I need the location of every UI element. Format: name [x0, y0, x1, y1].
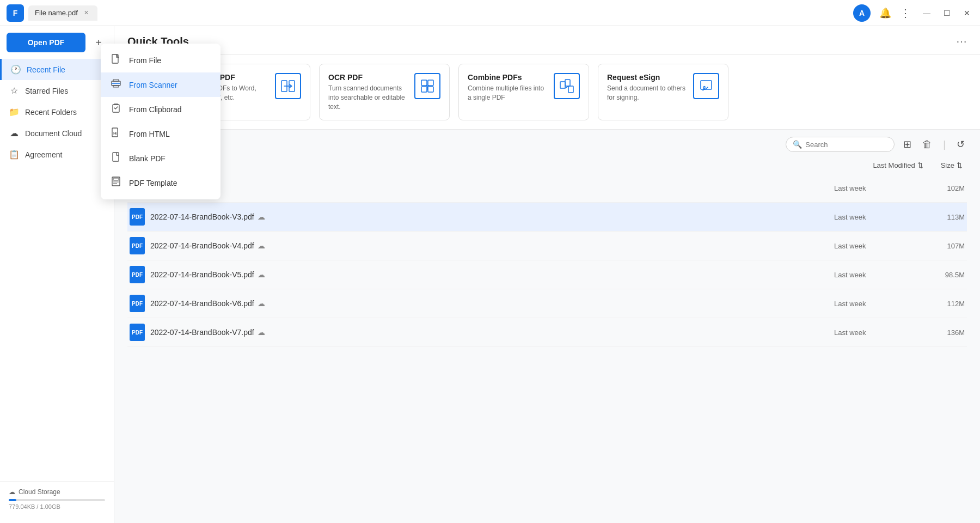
table-row[interactable]: PDF ok_overview.pdf ☁ Last week 102M	[127, 174, 967, 203]
dropdown-item-label: Blank PDF	[129, 154, 166, 163]
dropdown-item-from-file[interactable]: From File	[101, 48, 220, 72]
files-toolbar: 🔍 ⊞ 🗑 | ↺	[127, 130, 967, 159]
avatar[interactable]: A	[853, 4, 871, 22]
sidebar-item-label: Document Cloud	[25, 129, 82, 138]
maximize-button[interactable]: ☐	[940, 8, 954, 19]
search-input[interactable]	[805, 141, 887, 149]
table-row[interactable]: PDF 2022-07-14-BrandBook-V6.pdf ☁ Last w…	[127, 289, 967, 318]
active-tab[interactable]: File name.pdf ✕	[28, 5, 97, 21]
file-date: Last week	[834, 329, 921, 337]
search-box[interactable]: 🔍	[786, 137, 895, 152]
tool-card-desc: Send a document to others for signing.	[607, 84, 687, 102]
sidebar-item-recent-file[interactable]: 🕐 Recent File	[0, 59, 114, 80]
svg-rect-7	[560, 82, 565, 88]
storage-bar-background	[9, 499, 105, 501]
file-name: 2022-07-14-BrandBook-V7.pdf ☁	[150, 328, 834, 337]
table-row[interactable]: PDF 2022-07-14-BrandBook-V4.pdf ☁ Last w…	[127, 232, 967, 260]
file-date: Last week	[834, 184, 921, 192]
file-name: 2022-07-14-BrandBook-V4.pdf ☁	[150, 241, 834, 250]
sidebar-item-starred-files[interactable]: ☆ Starred Files	[0, 80, 114, 101]
tool-card-text: Request eSign Send a document to others …	[607, 73, 687, 102]
view-toggle-icon[interactable]: ⊞	[901, 136, 914, 153]
file-size: 136M	[921, 329, 965, 337]
delete-icon[interactable]: 🗑	[920, 137, 934, 153]
sidebar-item-label: Recent Folders	[25, 108, 77, 117]
agreement-icon: 📋	[9, 149, 20, 160]
file-name: 2022-07-14-BrandBook-V6.pdf ☁	[150, 299, 834, 308]
table-row[interactable]: PDF 2022-07-14-BrandBook-V5.pdf ☁ Last w…	[127, 260, 967, 289]
quick-tools-more-icon[interactable]: ⋯	[956, 35, 967, 48]
cloud-storage-icon: ☁	[9, 488, 15, 496]
main-content: Quick Tools ⋯ ✏ Convert PDF Convert PDFs…	[114, 26, 980, 523]
titlebar-right: A 🔔 ⋮ — ☐ ✕	[853, 4, 973, 22]
file-name: 2022-07-14-BrandBook-V3.pdf ☁	[150, 212, 834, 221]
file-type-icon: PDF	[130, 237, 145, 254]
tool-card-desc: Combine multiple files into a single PDF	[468, 84, 547, 102]
ocr-pdf-icon: T	[414, 73, 440, 99]
refresh-icon[interactable]: ↺	[954, 136, 967, 153]
sort-by-size-button[interactable]: Size ⇅	[941, 161, 963, 169]
sidebar-item-label: Recent File	[27, 65, 65, 74]
tool-card-combine-pdfs[interactable]: Combine PDFs Combine multiple files into…	[458, 64, 589, 120]
sort-by-date-button[interactable]: Last Modified ⇅	[873, 161, 923, 169]
dropdown-item-from-scanner[interactable]: From Scanner	[101, 72, 220, 97]
titlebar: F File name.pdf ✕ A 🔔 ⋮ — ☐ ✕	[0, 0, 980, 26]
cloud-sync-icon: ☁	[258, 241, 265, 250]
notification-bell-icon[interactable]: 🔔	[879, 7, 891, 19]
quick-tools-header: Quick Tools ⋯	[114, 26, 980, 55]
sidebar-bottom: ☁ Cloud Storage 779.04KB / 1.00GB	[0, 481, 114, 516]
divider: |	[941, 137, 948, 153]
tool-card-title: Request eSign	[607, 73, 687, 82]
sidebar-item-agreement[interactable]: 📋 Agreement	[0, 144, 114, 165]
folder-icon: 📁	[9, 107, 20, 117]
dropdown-item-label: From Scanner	[129, 81, 177, 89]
blank-pdf-icon	[109, 151, 122, 165]
file-size: 102M	[921, 184, 965, 192]
dropdown-item-from-html[interactable]: H | From HTML	[101, 121, 220, 146]
cloud-sync-icon: ☁	[258, 328, 265, 337]
scanner-icon	[109, 78, 122, 92]
file-type-icon: PDF	[130, 324, 145, 341]
sidebar-item-recent-folders[interactable]: 📁 Recent Folders	[0, 101, 114, 123]
dropdown-menu: From File From Scanner From Clipborad	[101, 44, 220, 199]
file-date: Last week	[834, 271, 921, 279]
html-icon: H |	[109, 127, 122, 141]
tab-filename: File name.pdf	[35, 9, 78, 17]
sidebar-top: Open PDF +	[0, 33, 114, 59]
tab-close-button[interactable]: ✕	[82, 9, 91, 17]
tool-card-ocr-pdf[interactable]: OCR PDF Turn scanned documents into sear…	[319, 64, 450, 120]
close-button[interactable]: ✕	[960, 8, 973, 19]
more-options-icon[interactable]: ⋮	[900, 7, 911, 20]
storage-bar-fill	[9, 499, 16, 501]
cloud-sync-icon: ☁	[258, 270, 265, 279]
esign-icon	[693, 73, 719, 99]
combine-pdfs-icon	[554, 73, 580, 99]
tool-card-title: Combine PDFs	[468, 73, 547, 82]
dropdown-item-label: PDF Template	[129, 179, 177, 187]
dropdown-item-blank-pdf[interactable]: Blank PDF	[101, 146, 220, 171]
cloud-storage-label: ☁ Cloud Storage	[9, 488, 105, 496]
cloud-icon: ☁	[9, 128, 20, 138]
dropdown-item-pdf-template[interactable]: PDF Template	[101, 171, 220, 195]
cloud-sync-icon: ☁	[258, 299, 265, 308]
minimize-button[interactable]: —	[920, 8, 934, 19]
table-row[interactable]: PDF 2022-07-14-BrandBook-V7.pdf ☁ Last w…	[127, 318, 967, 347]
table-row[interactable]: PDF 2022-07-14-BrandBook-V3.pdf ☁ Last w…	[127, 203, 967, 232]
tool-card-desc: Turn scanned documents into searchable o…	[328, 84, 408, 111]
dropdown-item-from-clipboard[interactable]: From Clipborad	[101, 97, 220, 121]
open-pdf-button[interactable]: Open PDF	[7, 33, 85, 52]
sidebar-item-label: Agreement	[25, 150, 62, 159]
file-name: 2022-07-14-BrandBook-V5.pdf ☁	[150, 270, 834, 279]
sort-label: Last Modified	[873, 161, 915, 169]
star-icon: ☆	[9, 86, 20, 96]
file-list: PDF ok_overview.pdf ☁ Last week 102M PDF…	[127, 174, 967, 347]
storage-usage-text: 779.04KB / 1.00GB	[9, 503, 105, 510]
files-area: 🔍 ⊞ 🗑 | ↺ Last Modified ⇅ Size ⇅	[114, 130, 980, 523]
file-size: 113M	[921, 213, 965, 221]
file-type-icon: PDF	[130, 266, 145, 283]
tool-card-request-esign[interactable]: Request eSign Send a document to others …	[598, 64, 728, 120]
file-type-icon: PDF	[130, 295, 145, 312]
template-icon	[109, 176, 122, 190]
app-logo: F	[7, 4, 24, 22]
sidebar-item-document-cloud[interactable]: ☁ Document Cloud	[0, 123, 114, 144]
